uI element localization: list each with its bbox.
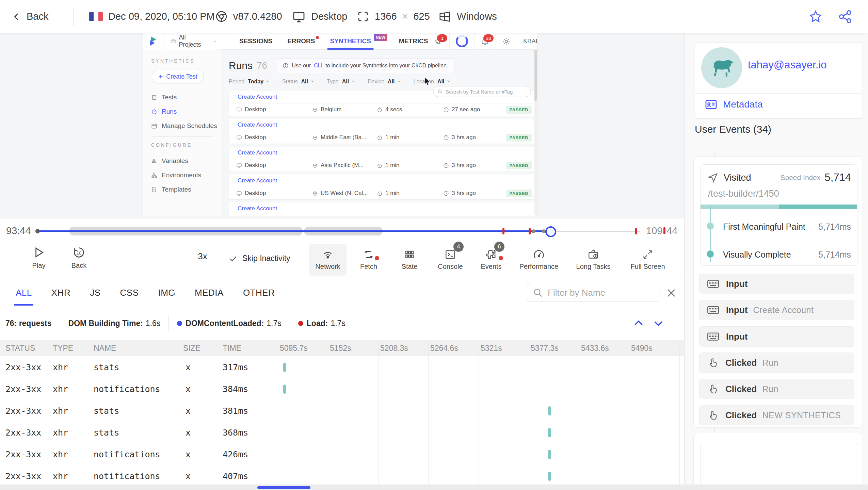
app-scrollbar[interactable]	[534, 50, 537, 215]
run-ago: 3 hrs ago	[452, 162, 476, 169]
metadata-button[interactable]: Metadata	[705, 98, 763, 111]
jump-next-button[interactable]	[652, 317, 664, 329]
col-time[interactable]: TIME	[223, 340, 241, 356]
sidebar-item-runs[interactable]: Runs	[151, 104, 221, 119]
back-10s-button[interactable]: 10 Back	[65, 246, 93, 270]
run-card[interactable]: Create Account Desktop Middle East (Ba..…	[229, 119, 537, 144]
favorite-button[interactable]	[808, 0, 823, 33]
user-menu[interactable]: KRAIEM	[517, 33, 537, 49]
tab-js[interactable]: JS	[90, 288, 100, 298]
tab-other[interactable]: OTHER	[243, 288, 275, 298]
run-title[interactable]: Create Account	[229, 147, 537, 159]
test-search-input[interactable]: Search by Test Name or #Tag	[433, 86, 531, 97]
filter-input[interactable]	[547, 287, 650, 298]
long-tasks-panel-button[interactable]: Long Tasks	[568, 244, 619, 276]
network-row[interactable]: 2xx-3xx xhr notifications x 426ms	[0, 443, 684, 465]
share-button[interactable]	[838, 0, 853, 33]
speed-toggle[interactable]: 3x	[191, 251, 214, 262]
run-title[interactable]: Create Account	[229, 119, 537, 131]
event-item-input[interactable]: Input	[699, 274, 854, 294]
network-row[interactable]: 2xx-3xx xhr stats x 317ms	[0, 356, 684, 378]
announcements-button[interactable]: 1	[428, 33, 449, 49]
run-card[interactable]: Create Account Desktop Canada (Central) …	[229, 202, 537, 216]
sidebar-item-tests[interactable]: Tests	[151, 90, 221, 104]
event-item-clicked[interactable]: Clicked Run	[699, 353, 854, 373]
sidebar-item-environments[interactable]: Environments	[151, 168, 221, 182]
close-panel-button[interactable]	[665, 287, 677, 299]
event-marker-red[interactable]	[502, 228, 504, 234]
tab-all[interactable]: ALL	[16, 288, 32, 298]
status-badge: PASSED	[506, 106, 532, 114]
user-email-link[interactable]: tahay@asayer.io	[748, 59, 826, 71]
notifications-button[interactable]: 33	[474, 33, 496, 49]
event-item-input[interactable]: Input	[699, 326, 854, 347]
settings-button[interactable]	[496, 33, 517, 49]
player-timeline[interactable]: 93:44 10944	[0, 219, 684, 243]
run-card[interactable]: Create Account Desktop US West (N. Cal..…	[229, 175, 537, 199]
tab-css[interactable]: CSS	[120, 288, 139, 298]
network-row[interactable]: 2xx-3xx xhr stats x 368ms	[0, 422, 684, 443]
fetch-icon	[363, 249, 375, 260]
tab-media[interactable]: MEDIA	[195, 288, 224, 298]
row-size: x	[186, 422, 191, 443]
performance-panel-button[interactable]: Performance	[513, 244, 564, 276]
search-icon	[437, 89, 443, 94]
skip-inactivity-toggle[interactable]: Skip Inactivity	[229, 254, 290, 263]
run-title[interactable]: Create Account	[229, 175, 537, 187]
tab-img[interactable]: IMG	[158, 288, 175, 298]
col-type[interactable]: TYPE	[53, 340, 73, 356]
back-label: Back	[27, 11, 48, 22]
filter-status[interactable]: StatusAll	[282, 79, 315, 85]
back-button[interactable]: Back	[12, 0, 48, 33]
sidebar-item-variables[interactable]: Variables	[151, 154, 221, 168]
filter-by-name-field[interactable]	[527, 284, 660, 301]
sidebar-item-templates[interactable]: Templates	[151, 182, 221, 197]
resolution-width: 1366	[375, 11, 397, 22]
tab-sessions[interactable]: SESSIONS	[239, 37, 272, 45]
timeline-remaining[interactable]	[550, 231, 640, 232]
run-title[interactable]: Create Account	[229, 202, 537, 215]
fetch-panel-button[interactable]: Fetch	[350, 244, 387, 276]
events-panel-button[interactable]: Events 6	[472, 244, 510, 276]
state-panel-button[interactable]: State	[391, 244, 428, 276]
tab-errors[interactable]: ERRORS	[287, 37, 315, 45]
event-item-input[interactable]: Input Create Account	[699, 300, 854, 320]
timeline-progress[interactable]	[37, 230, 550, 232]
network-panel-button[interactable]: Network	[309, 244, 347, 276]
cli-link[interactable]: CLI	[314, 63, 322, 69]
console-panel-button[interactable]: Console 4	[432, 244, 469, 276]
event-item-clicked[interactable]: Clicked NEW SYNTHETICS	[699, 405, 854, 425]
col-name[interactable]: NAME	[94, 340, 116, 356]
project-selector[interactable]: All Projects	[164, 33, 224, 49]
sidebar-section-configure: CONFIGURE	[151, 142, 221, 148]
jump-prev-button[interactable]	[632, 317, 645, 329]
horizontal-scrollbar[interactable]	[0, 485, 868, 490]
chrome-icon	[215, 10, 228, 23]
play-button[interactable]: Play	[25, 246, 52, 270]
filter-type[interactable]: TypeAll	[327, 79, 355, 85]
col-size[interactable]: SIZE	[183, 340, 200, 356]
panel-buttons: Network Fetch State Console 4 Events 6	[309, 244, 673, 276]
network-row[interactable]: 2xx-3xx xhr notifications x 407ms	[0, 465, 684, 487]
run-card[interactable]: Create Account Desktop Asia Pacific (M..…	[229, 147, 537, 172]
sidebar-item-manage-schedules[interactable]: Manage Schedules	[151, 119, 221, 133]
scrollbar-thumb[interactable]	[257, 486, 310, 489]
visited-event-card[interactable]: Visited Speed Index 5,714 /test-builder/…	[700, 164, 857, 266]
divider	[685, 153, 868, 153]
tab-xhr[interactable]: XHR	[51, 288, 70, 298]
playhead[interactable]	[545, 226, 556, 237]
event-marker-gray[interactable]	[532, 229, 535, 233]
col-status[interactable]: STATUS	[5, 340, 35, 356]
event-marker-red[interactable]	[529, 228, 531, 234]
event-item-clicked[interactable]: Clicked Run	[699, 379, 854, 399]
filter-period[interactable]: PeriodToday	[229, 79, 270, 85]
tab-synthetics[interactable]: SYNTHETICS NEW	[330, 37, 371, 45]
network-row[interactable]: 2xx-3xx xhr stats x 381ms	[0, 400, 684, 422]
tab-metrics[interactable]: METRICS	[399, 37, 428, 45]
network-row[interactable]: 2xx-3xx xhr notifications x 384ms	[0, 378, 684, 400]
fullscreen-button[interactable]: Full Screen	[622, 244, 673, 276]
divider	[695, 93, 862, 94]
create-test-button[interactable]: Create Test	[152, 70, 204, 83]
event-marker-red[interactable]	[635, 228, 637, 234]
filter-device[interactable]: DeviceAll	[368, 79, 401, 85]
